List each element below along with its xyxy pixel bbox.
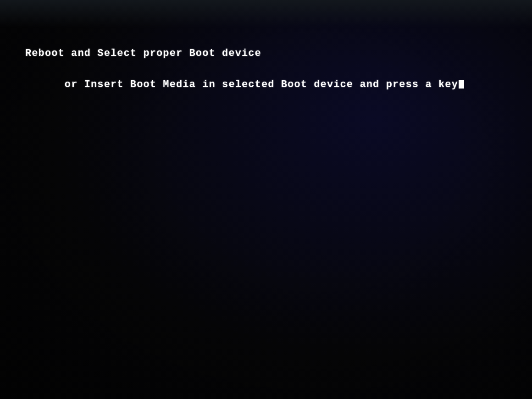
bios-message-line2-text: or Insert Boot Media in selected Boot de… (65, 79, 458, 90)
bios-message-area: Reboot and Select proper Boot device or … (25, 46, 464, 108)
bios-cursor (459, 80, 464, 89)
monitor-screen: Reboot and Select proper Boot device or … (0, 0, 532, 399)
bios-message-line2: or Insert Boot Media in selected Boot de… (25, 61, 464, 108)
bios-message-line1: Reboot and Select proper Boot device (25, 46, 464, 61)
